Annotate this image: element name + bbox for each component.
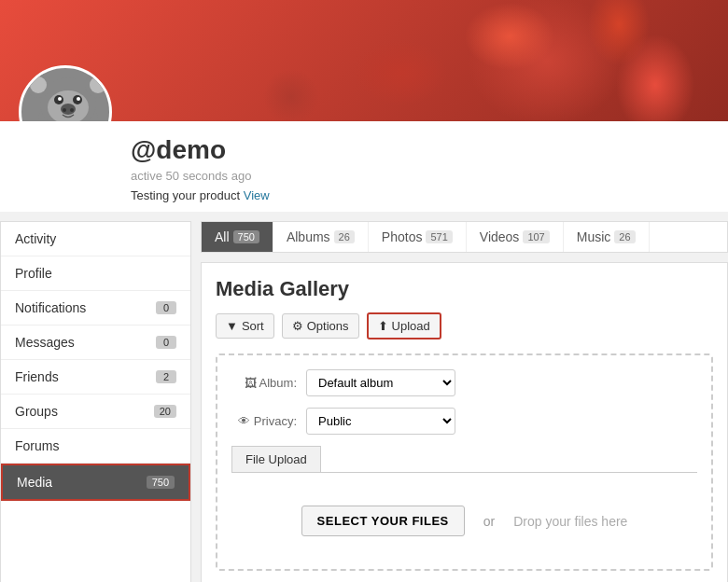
tab-photos-label: Photos [382, 229, 423, 244]
svg-point-3 [30, 76, 47, 93]
privacy-row: 👁 Privacy: Public [231, 408, 697, 435]
sidebar-item-forums[interactable]: Forums [1, 429, 190, 464]
username: @demo [131, 135, 719, 165]
tab-photos-count: 571 [426, 230, 452, 243]
tab-photos[interactable]: Photos 571 [369, 222, 467, 252]
privacy-icon: 👁 [238, 414, 250, 428]
drop-text: Drop your files here [513, 514, 627, 529]
groups-badge: 20 [154, 405, 176, 418]
media-badge: 750 [147, 476, 175, 489]
privacy-select[interactable]: Public [306, 408, 455, 435]
sidebar-item-activity[interactable]: Activity [1, 222, 190, 256]
privacy-label-text: Privacy: [254, 414, 297, 428]
sidebar-item-label: Friends [15, 369, 59, 384]
tab-music-label: Music [577, 229, 611, 244]
sidebar-item-messages[interactable]: Messages 0 [1, 326, 190, 360]
sidebar-item-media[interactable]: Media 750 [1, 464, 190, 501]
select-files-button[interactable]: SELECT YOUR FILES [301, 506, 465, 536]
drop-zone: SELECT YOUR FILES or Drop your files her… [231, 487, 697, 555]
upload-label: Upload [392, 319, 430, 333]
tab-music-count: 26 [614, 230, 635, 243]
options-button[interactable]: ⚙ Options [282, 313, 359, 339]
sidebar-item-label: Media [17, 475, 52, 490]
sidebar-item-label: Messages [15, 335, 75, 350]
sidebar: Activity Profile Notifications 0 Message… [0, 221, 191, 582]
toolbar: ▼ Sort ⚙ Options ⬆ Upload [216, 312, 713, 340]
friends-badge: 2 [156, 370, 176, 383]
svg-point-12 [63, 108, 66, 112]
privacy-label: 👁 Privacy: [231, 414, 297, 428]
sidebar-item-label: Profile [15, 266, 52, 281]
testing-text: Testing your product [131, 188, 240, 202]
main-layout: Activity Profile Notifications 0 Message… [0, 221, 728, 582]
options-label: Options [307, 319, 349, 333]
sidebar-item-label: Groups [15, 404, 58, 419]
upload-icon: ⬆ [378, 319, 388, 333]
svg-point-13 [70, 108, 74, 112]
sort-button[interactable]: ▼ Sort [216, 313, 274, 339]
upload-button[interactable]: ⬆ Upload [367, 312, 441, 340]
album-label-text: Album: [259, 376, 297, 390]
tab-albums-label: Albums [287, 229, 330, 244]
tab-all[interactable]: All 750 [202, 222, 273, 252]
testing-link: Testing your product View [131, 188, 719, 202]
view-link[interactable]: View [244, 188, 270, 202]
tabs-bar: All 750 Albums 26 Photos 571 Videos 107 … [201, 221, 728, 253]
svg-point-10 [77, 97, 80, 101]
file-upload-tab[interactable]: File Upload [231, 446, 321, 472]
gallery-title: Media Gallery [216, 277, 713, 301]
album-select[interactable]: Default album [306, 369, 455, 396]
sidebar-item-label: Activity [15, 231, 56, 246]
tab-albums-count: 26 [334, 230, 355, 243]
tab-videos-count: 107 [523, 230, 549, 243]
sort-arrow-icon: ▼ [226, 319, 238, 333]
tab-all-count: 750 [233, 230, 259, 243]
file-upload-tab-bar: File Upload [231, 446, 697, 473]
album-row: 🖼 Album: Default album [231, 369, 697, 396]
notifications-badge: 0 [156, 301, 176, 314]
username-area: @demo active 50 seconds ago Testing your… [0, 121, 728, 212]
cover-area [0, 0, 728, 121]
gear-icon: ⚙ [292, 319, 303, 333]
content-area: All 750 Albums 26 Photos 571 Videos 107 … [201, 221, 728, 582]
svg-point-9 [58, 97, 62, 101]
album-label: 🖼 Album: [231, 376, 297, 390]
album-icon: 🖼 [245, 376, 257, 390]
tab-videos[interactable]: Videos 107 [467, 222, 564, 252]
messages-badge: 0 [156, 336, 176, 349]
active-status: active 50 seconds ago [131, 169, 719, 183]
sidebar-item-label: Notifications [15, 300, 86, 315]
sidebar-item-profile[interactable]: Profile [1, 256, 190, 291]
tab-all-label: All [215, 229, 230, 244]
or-text: or [483, 514, 495, 529]
sort-label: Sort [242, 319, 264, 333]
upload-area: 🖼 Album: Default album 👁 Privacy: Public [216, 353, 713, 571]
gallery-section: Media Gallery ▼ Sort ⚙ Options ⬆ Upload [201, 262, 728, 582]
sidebar-item-notifications[interactable]: Notifications 0 [1, 291, 190, 326]
tab-videos-label: Videos [480, 229, 520, 244]
sidebar-item-label: Forums [15, 438, 59, 453]
sidebar-item-groups[interactable]: Groups 20 [1, 395, 190, 429]
sidebar-item-friends[interactable]: Friends 2 [1, 360, 190, 395]
tab-albums[interactable]: Albums 26 [273, 222, 369, 252]
tab-music[interactable]: Music 26 [564, 222, 650, 252]
